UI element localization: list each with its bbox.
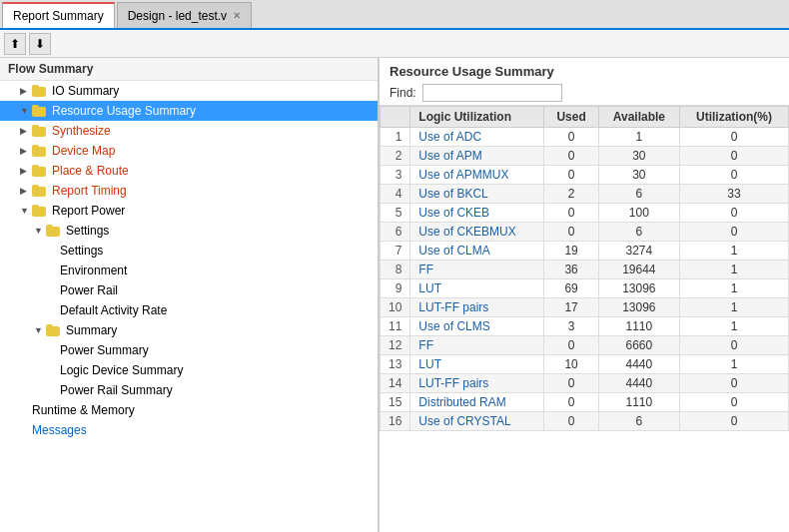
cell-row-num: 11 — [381, 317, 410, 336]
table-scroll[interactable]: Logic Utilization Used Available Utiliza… — [380, 106, 789, 532]
cell-logic-label: Use of CKEB — [410, 204, 544, 223]
cell-logic-label: Distributed RAM — [410, 393, 544, 412]
sidebar-item-power-rail[interactable]: Power Rail — [0, 280, 378, 300]
sidebar-item-power-summary[interactable]: Power Summary — [0, 340, 378, 360]
label-logic-device: Logic Device Summary — [60, 363, 183, 377]
cell-used: 10 — [544, 355, 598, 374]
folder-icon-synthesize — [32, 125, 48, 137]
sidebar-item-settings[interactable]: Settings — [0, 241, 378, 261]
col-header-used: Used — [544, 107, 598, 128]
cell-logic-label: Use of CRYSTAL — [410, 412, 544, 431]
cell-used: 0 — [544, 393, 598, 412]
label-io-summary: IO Summary — [52, 84, 119, 98]
table-row: 9LUT69130961 — [381, 279, 789, 298]
sidebar-item-device-map[interactable]: Device Map — [0, 141, 378, 161]
sidebar-item-summary-group[interactable]: Summary — [0, 320, 378, 340]
cell-available: 13096 — [598, 279, 679, 298]
table-row: 4Use of BKCL2633 — [381, 185, 789, 204]
toolbar-btn-down[interactable]: ⬇ — [29, 33, 51, 55]
toolbar: ⬆ ⬇ — [0, 30, 789, 58]
cell-row-num: 1 — [381, 128, 410, 147]
cell-used: 17 — [544, 298, 598, 317]
cell-row-num: 3 — [381, 166, 410, 185]
up-icon: ⬆ — [10, 37, 20, 51]
cell-logic-label: Use of CLMS — [410, 317, 544, 336]
cell-used: 0 — [544, 336, 598, 355]
cell-utilization: 1 — [679, 242, 788, 261]
down-icon: ⬇ — [35, 37, 45, 51]
cell-row-num: 15 — [381, 393, 410, 412]
main-area: Flow Summary IO Summary Resource Usage S… — [0, 58, 789, 532]
table-row: 5Use of CKEB01000 — [381, 204, 789, 223]
tab-report-summary[interactable]: Report Summary — [2, 2, 115, 28]
label-settings: Settings — [60, 244, 103, 258]
sidebar-item-runtime-memory[interactable]: Runtime & Memory — [0, 400, 378, 420]
right-panel: Resource Usage Summary Find: Logic Utili… — [380, 58, 789, 532]
folder-icon-place-route — [32, 165, 48, 177]
label-power-summary: Power Summary — [60, 343, 149, 357]
arrow-summary-group — [34, 325, 46, 335]
sidebar-item-io-summary[interactable]: IO Summary — [0, 81, 378, 101]
cell-utilization: 33 — [679, 185, 788, 204]
label-messages: Messages — [32, 423, 87, 437]
cell-utilization: 0 — [679, 128, 788, 147]
cell-logic-label: Use of ADC — [410, 128, 544, 147]
cell-used: 19 — [544, 242, 598, 261]
sidebar-item-default-activity[interactable]: Default Activity Rate — [0, 300, 378, 320]
arrow-settings-group — [34, 226, 46, 236]
cell-used: 0 — [544, 147, 598, 166]
cell-logic-label: FF — [410, 336, 544, 355]
cell-utilization: 0 — [679, 412, 788, 431]
cell-row-num: 6 — [381, 223, 410, 242]
cell-used: 69 — [544, 279, 598, 298]
tab-design-close-icon[interactable]: ✕ — [233, 10, 241, 21]
table-row: 7Use of CLMA1932741 — [381, 242, 789, 261]
folder-icon-report-power — [32, 205, 48, 217]
cell-available: 30 — [598, 166, 679, 185]
arrow-report-power — [20, 206, 32, 216]
cell-available: 13096 — [598, 298, 679, 317]
label-environment: Environment — [60, 264, 127, 277]
sidebar-item-report-timing[interactable]: Report Timing — [0, 181, 378, 201]
table-row: 14LUT-FF pairs044400 — [381, 374, 789, 393]
find-input[interactable] — [422, 84, 562, 102]
sidebar-item-settings-group[interactable]: Settings — [0, 221, 378, 241]
cell-logic-label: Use of APMMUX — [410, 166, 544, 185]
label-power-rail-summary: Power Rail Summary — [60, 383, 173, 397]
toolbar-btn-up[interactable]: ⬆ — [4, 33, 26, 55]
table-row: 12FF066600 — [381, 336, 789, 355]
sidebar-item-report-power[interactable]: Report Power — [0, 201, 378, 221]
cell-used: 0 — [544, 374, 598, 393]
folder-icon-settings-group — [46, 225, 62, 237]
cell-row-num: 7 — [381, 242, 410, 261]
label-report-power: Report Power — [52, 204, 125, 218]
col-header-util: Utilization(%) — [679, 107, 788, 128]
sidebar-item-synthesize[interactable]: Synthesize — [0, 121, 378, 141]
cell-available: 1 — [598, 128, 679, 147]
sidebar-item-logic-device[interactable]: Logic Device Summary — [0, 360, 378, 380]
tab-design[interactable]: Design - led_test.v ✕ — [117, 2, 252, 28]
folder-icon-summary-group — [46, 324, 62, 336]
cell-utilization: 1 — [679, 355, 788, 374]
table-row: 1Use of ADC010 — [381, 128, 789, 147]
label-synthesize: Synthesize — [52, 124, 111, 138]
table-row: 11Use of CLMS311101 — [381, 317, 789, 336]
cell-available: 4440 — [598, 355, 679, 374]
sidebar-item-environment[interactable]: Environment — [0, 261, 378, 280]
label-power-rail: Power Rail — [60, 283, 118, 297]
tab-design-label: Design - led_test.v — [128, 9, 227, 23]
sidebar-item-messages[interactable]: Messages — [0, 420, 378, 440]
cell-available: 1110 — [598, 317, 679, 336]
label-settings-group: Settings — [66, 224, 109, 238]
arrow-io-summary — [20, 86, 32, 96]
sidebar-item-resource-usage[interactable]: Resource Usage Summary — [0, 101, 378, 121]
table-row: 10LUT-FF pairs17130961 — [381, 298, 789, 317]
label-summary-group: Summary — [66, 323, 117, 337]
cell-utilization: 0 — [679, 393, 788, 412]
sidebar-item-power-rail-summary[interactable]: Power Rail Summary — [0, 380, 378, 400]
resource-table: Logic Utilization Used Available Utiliza… — [380, 106, 789, 431]
cell-used: 0 — [544, 166, 598, 185]
sidebar-item-place-route[interactable]: Place & Route — [0, 161, 378, 181]
table-row: 2Use of APM0300 — [381, 147, 789, 166]
cell-logic-label: Use of CKEBMUX — [410, 223, 544, 242]
